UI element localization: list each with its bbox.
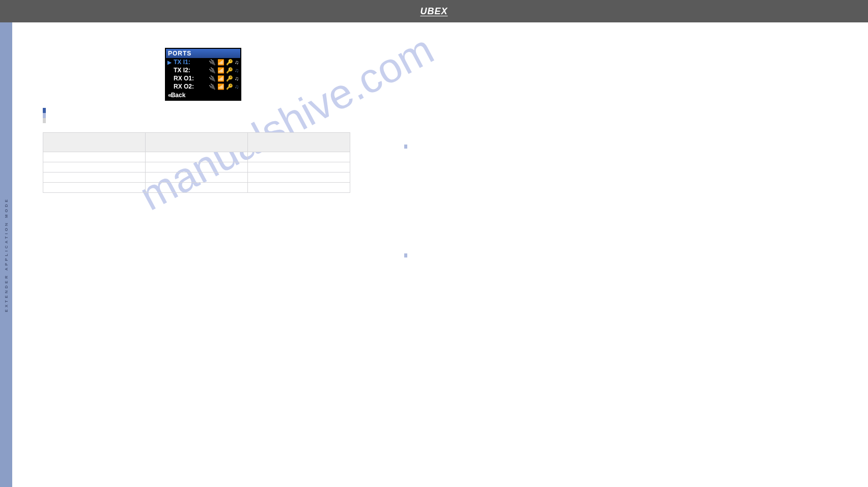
ports-table (43, 132, 350, 193)
music-icon: ♫ (235, 59, 239, 65)
music-icon: ♫ (235, 75, 239, 81)
ports-back[interactable]: «Back (166, 91, 240, 100)
port-label: TX I1: (174, 59, 195, 66)
table-cell (146, 183, 248, 193)
manual-page: manualshive.com PORTS ▶ TX I1: 🔌 📶 🔑 ♫ ▶… (12, 22, 868, 487)
table-header (146, 133, 248, 152)
ports-row[interactable]: ▶ RX O2: 🔌 📶 🔑 ♫ (166, 82, 240, 91)
table-cell (248, 162, 350, 173)
plug-icon: 🔌 (209, 59, 216, 66)
port-label: RX O2: (174, 83, 195, 90)
left-rail: EXTENDER APPLICATION MODE (0, 22, 12, 487)
table-cell (248, 152, 350, 162)
ports-row[interactable]: ▶ TX I2: 🔌 📶 🔑 ♫ (166, 66, 240, 74)
plug-icon: 🔌 (209, 83, 216, 90)
music-icon: ♫ (235, 67, 239, 73)
table-cell (146, 162, 248, 173)
plug-icon: 🔌 (209, 75, 216, 82)
table-row (43, 183, 350, 193)
brand-logo: UBEX (420, 6, 447, 17)
table-cell (43, 183, 146, 193)
key-icon: 🔑 (226, 75, 233, 82)
ports-row[interactable]: ▶ RX O1: 🔌 📶 🔑 ♫ (166, 74, 240, 82)
ports-row[interactable]: ▶ TX I1: 🔌 📶 🔑 ♫ (166, 58, 240, 66)
rail-label: EXTENDER APPLICATION MODE (4, 197, 9, 312)
section-marker-r2 (404, 253, 720, 262)
key-icon: 🔑 (226, 67, 233, 74)
key-icon: 🔑 (226, 83, 233, 90)
plug-icon: 🔌 (209, 67, 216, 74)
music-icon: ♫ (235, 83, 239, 90)
right-column (404, 48, 720, 266)
table-cell (146, 173, 248, 183)
section-marker-left (43, 108, 363, 128)
table-cell (248, 173, 350, 183)
key-icon: 🔑 (226, 59, 233, 66)
table-row (43, 162, 350, 173)
signal-icon: 📶 (217, 59, 225, 66)
port-label: TX I2: (174, 67, 195, 74)
table-cell (43, 162, 146, 173)
table-cell (248, 183, 350, 193)
ports-title: PORTS (166, 49, 240, 58)
signal-icon: 📶 (217, 75, 225, 82)
table-cell (43, 173, 146, 183)
table-header (43, 133, 146, 152)
table-header (248, 133, 350, 152)
chevron-right-icon: ▶ (167, 60, 172, 65)
table-row (43, 173, 350, 183)
table-row (43, 152, 350, 162)
left-column: PORTS ▶ TX I1: 🔌 📶 🔑 ♫ ▶ TX I2: 🔌 📶 🔑 ♫ … (43, 48, 363, 266)
port-label: RX O1: (174, 75, 195, 82)
section-marker-r1 (404, 145, 720, 153)
table-cell (43, 152, 146, 162)
top-bar: UBEX (0, 0, 868, 22)
signal-icon: 📶 (217, 83, 225, 90)
signal-icon: 📶 (217, 67, 225, 74)
ports-panel: PORTS ▶ TX I1: 🔌 📶 🔑 ♫ ▶ TX I2: 🔌 📶 🔑 ♫ … (165, 48, 241, 101)
table-cell (146, 152, 248, 162)
